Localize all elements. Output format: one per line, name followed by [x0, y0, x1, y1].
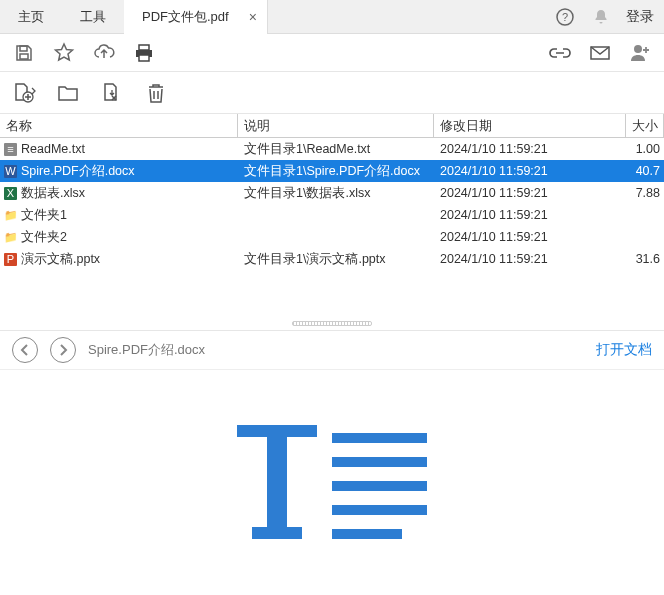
file-size: 31.6	[626, 252, 664, 266]
file-size: 7.88	[626, 186, 664, 200]
column-desc[interactable]: 说明	[238, 114, 434, 137]
svg-rect-17	[332, 529, 402, 539]
column-size[interactable]: 大小	[626, 114, 664, 137]
table-row[interactable]: 📁文件夹12024/1/10 11:59:21	[0, 204, 664, 226]
table-row[interactable]: 📁文件夹22024/1/10 11:59:21	[0, 226, 664, 248]
splitter[interactable]	[0, 316, 664, 330]
save-icon[interactable]	[12, 41, 36, 65]
file-date: 2024/1/10 11:59:21	[434, 252, 626, 266]
tab-bar: 主页 工具 PDF文件包.pdf × ? 登录	[0, 0, 664, 34]
print-icon[interactable]	[132, 41, 156, 65]
file-name: ReadMe.txt	[21, 142, 85, 156]
tab-document[interactable]: PDF文件包.pdf ×	[124, 0, 268, 34]
table-header: 名称 说明 修改日期 大小	[0, 114, 664, 138]
nav-forward-button[interactable]	[50, 337, 76, 363]
svg-text:?: ?	[562, 11, 568, 23]
preview-title: Spire.PDF介绍.docx	[88, 341, 205, 359]
add-file-icon[interactable]	[12, 81, 36, 105]
document-preview-icon	[237, 415, 427, 545]
login-button[interactable]: 登录	[626, 8, 654, 26]
add-user-icon[interactable]	[628, 41, 652, 65]
svg-rect-6	[139, 55, 149, 61]
svg-rect-10	[237, 425, 317, 437]
star-icon[interactable]	[52, 41, 76, 65]
file-size: 40.7	[626, 164, 664, 178]
svg-rect-3	[20, 54, 28, 59]
file-name: Spire.PDF介绍.docx	[21, 163, 135, 180]
file-date: 2024/1/10 11:59:21	[434, 230, 626, 244]
cloud-upload-icon[interactable]	[92, 41, 116, 65]
svg-point-8	[634, 45, 642, 53]
file-date: 2024/1/10 11:59:21	[434, 142, 626, 156]
file-name: 文件夹1	[21, 207, 67, 224]
file-date: 2024/1/10 11:59:21	[434, 164, 626, 178]
table-row[interactable]: ≡ReadMe.txt文件目录1\ReadMe.txt2024/1/10 11:…	[0, 138, 664, 160]
delete-icon[interactable]	[144, 81, 168, 105]
svg-rect-11	[267, 437, 287, 527]
portfolio-toolbar	[0, 72, 664, 114]
file-desc: 文件目录1\ReadMe.txt	[238, 141, 434, 158]
svg-rect-16	[332, 505, 427, 515]
file-date: 2024/1/10 11:59:21	[434, 208, 626, 222]
svg-rect-2	[20, 46, 27, 51]
svg-rect-4	[139, 45, 149, 50]
column-name[interactable]: 名称	[0, 114, 238, 137]
svg-point-9	[23, 92, 33, 102]
file-desc: 文件目录1\演示文稿.pptx	[238, 251, 434, 268]
close-tab-icon[interactable]: ×	[249, 9, 257, 25]
tab-document-label: PDF文件包.pdf	[142, 8, 229, 26]
svg-rect-15	[332, 481, 427, 491]
column-date[interactable]: 修改日期	[434, 114, 626, 137]
table-row[interactable]: P演示文稿.pptx文件目录1\演示文稿.pptx2024/1/10 11:59…	[0, 248, 664, 270]
open-document-button[interactable]: 打开文档	[596, 341, 652, 359]
svg-point-0	[557, 9, 573, 25]
file-size: 1.00	[626, 142, 664, 156]
preview-bar: Spire.PDF介绍.docx 打开文档	[0, 330, 664, 370]
file-list: ≡ReadMe.txt文件目录1\ReadMe.txt2024/1/10 11:…	[0, 138, 664, 316]
file-name: 数据表.xlsx	[21, 185, 85, 202]
bell-icon[interactable]	[590, 6, 612, 28]
svg-rect-12	[252, 527, 302, 539]
file-name: 演示文稿.pptx	[21, 251, 100, 268]
tab-tools[interactable]: 工具	[62, 0, 124, 34]
preview-area	[0, 370, 664, 590]
table-row[interactable]: WSpire.PDF介绍.docx文件目录1\Spire.PDF介绍.docx2…	[0, 160, 664, 182]
svg-rect-14	[332, 457, 427, 467]
extract-icon[interactable]	[100, 81, 124, 105]
file-name: 文件夹2	[21, 229, 67, 246]
main-toolbar	[0, 34, 664, 72]
nav-back-button[interactable]	[12, 337, 38, 363]
mail-icon[interactable]	[588, 41, 612, 65]
folder-icon[interactable]	[56, 81, 80, 105]
tab-home[interactable]: 主页	[0, 0, 62, 34]
table-row[interactable]: X数据表.xlsx文件目录1\数据表.xlsx2024/1/10 11:59:2…	[0, 182, 664, 204]
link-icon[interactable]	[548, 41, 572, 65]
svg-rect-5	[136, 50, 152, 57]
svg-rect-7	[591, 47, 609, 59]
help-icon[interactable]: ?	[554, 6, 576, 28]
file-date: 2024/1/10 11:59:21	[434, 186, 626, 200]
file-desc: 文件目录1\Spire.PDF介绍.docx	[238, 163, 434, 180]
svg-rect-13	[332, 433, 427, 443]
file-desc: 文件目录1\数据表.xlsx	[238, 185, 434, 202]
